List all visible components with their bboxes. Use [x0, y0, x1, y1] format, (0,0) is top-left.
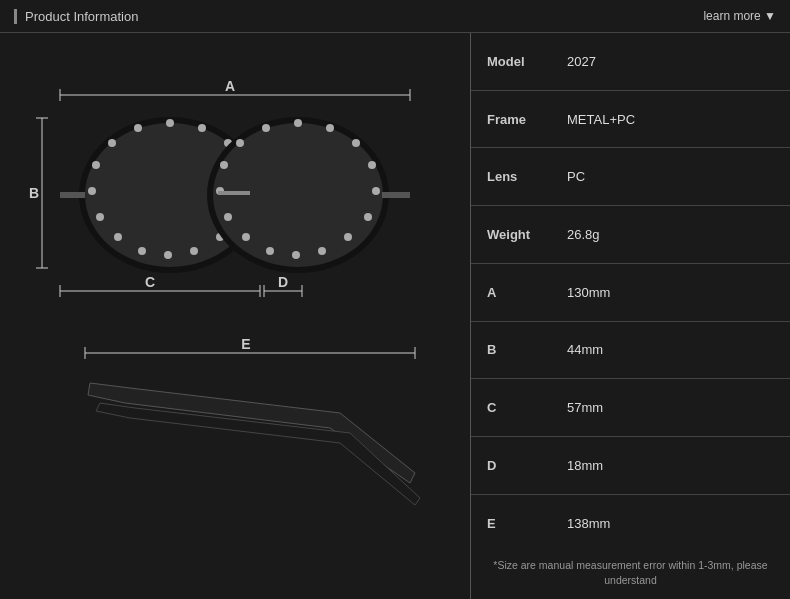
spec-row-b: B44mm — [471, 322, 790, 380]
spec-key: B — [487, 342, 567, 357]
svg-point-30 — [372, 187, 380, 195]
spec-row-lens: LensPC — [471, 148, 790, 206]
spec-row-a: A130mm — [471, 264, 790, 322]
spec-table: Model2027FrameMETAL+PCLensPCWeight26.8gA… — [470, 33, 790, 599]
learn-more-link[interactable]: learn more ▼ — [703, 9, 776, 23]
diagram-area: A B — [0, 33, 470, 599]
svg-point-21 — [92, 161, 100, 169]
svg-point-9 — [198, 124, 206, 132]
a-label: A — [225, 78, 235, 94]
svg-point-26 — [294, 119, 302, 127]
spec-value: METAL+PC — [567, 112, 635, 127]
spec-key: Frame — [487, 112, 567, 127]
svg-point-15 — [190, 247, 198, 255]
svg-point-33 — [318, 247, 326, 255]
svg-point-41 — [262, 124, 270, 132]
spec-key: Weight — [487, 227, 567, 242]
spec-value: PC — [567, 169, 585, 184]
b-label: B — [29, 185, 39, 201]
svg-point-16 — [164, 251, 172, 259]
svg-point-29 — [368, 161, 376, 169]
spec-row-model: Model2027 — [471, 33, 790, 91]
svg-point-20 — [88, 187, 96, 195]
spec-value: 2027 — [567, 54, 596, 69]
spec-row-d: D18mm — [471, 437, 790, 495]
spec-value: 138mm — [567, 516, 610, 531]
svg-point-34 — [292, 251, 300, 259]
spec-row-c: C57mm — [471, 379, 790, 437]
spec-key: C — [487, 400, 567, 415]
e-label: E — [241, 336, 250, 352]
svg-point-18 — [114, 233, 122, 241]
spec-value: 18mm — [567, 458, 603, 473]
page-header: Product Information learn more ▼ — [0, 0, 790, 33]
svg-point-23 — [134, 124, 142, 132]
spec-key: E — [487, 516, 567, 531]
svg-point-36 — [242, 233, 250, 241]
spec-value: 57mm — [567, 400, 603, 415]
spec-value: 26.8g — [567, 227, 600, 242]
d-label: D — [278, 274, 288, 290]
c-label: C — [145, 274, 155, 290]
spec-key: Lens — [487, 169, 567, 184]
spec-note: *Size are manual measurement error withi… — [471, 552, 790, 598]
spec-row-weight: Weight26.8g — [471, 206, 790, 264]
spec-key: A — [487, 285, 567, 300]
svg-point-32 — [344, 233, 352, 241]
spec-key: D — [487, 458, 567, 473]
svg-point-19 — [96, 213, 104, 221]
spec-row-frame: FrameMETAL+PC — [471, 91, 790, 149]
svg-point-28 — [352, 139, 360, 147]
svg-point-39 — [220, 161, 228, 169]
main-content: A B — [0, 33, 790, 599]
svg-point-17 — [138, 247, 146, 255]
svg-point-35 — [266, 247, 274, 255]
svg-point-31 — [364, 213, 372, 221]
spec-row-e: E138mm — [471, 495, 790, 552]
svg-point-40 — [236, 139, 244, 147]
spec-value: 44mm — [567, 342, 603, 357]
svg-point-37 — [224, 213, 232, 221]
spec-value: 130mm — [567, 285, 610, 300]
spec-key: Model — [487, 54, 567, 69]
svg-point-27 — [326, 124, 334, 132]
page-title: Product Information — [14, 9, 138, 24]
svg-point-22 — [108, 139, 116, 147]
svg-point-8 — [166, 119, 174, 127]
dimension-diagram: A B — [20, 43, 450, 573]
